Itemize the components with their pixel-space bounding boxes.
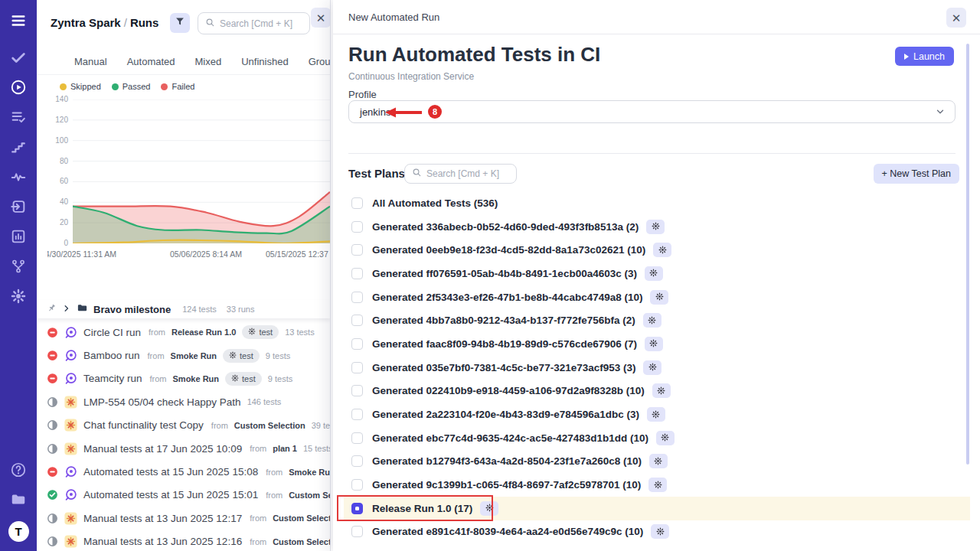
tab-mixed[interactable]: Mixed — [185, 56, 232, 67]
test-plan-settings-button[interactable] — [651, 524, 669, 539]
test-plan-checkbox[interactable] — [351, 221, 363, 233]
test-plan-row[interactable]: Generated faac8f09-94b8-4b19-89d9-c576cd… — [348, 332, 962, 356]
test-plan-settings-button[interactable] — [643, 360, 662, 375]
milestone-row[interactable]: Bravo milestone 124 tests 33 runs — [37, 300, 330, 318]
run-title[interactable]: Circle CI run — [83, 327, 141, 338]
run-list-item[interactable]: Circle CI run from Release Run 1.0 test … — [37, 321, 330, 344]
test-plan-label[interactable]: Generated 2f5343e3-ef26-47b1-be8b-44cabc… — [372, 292, 642, 303]
test-plan-label[interactable]: Generated ff076591-05ab-4b4b-8491-1ecb00… — [372, 268, 637, 279]
test-plan-label[interactable]: Generated 035e7bf0-7381-4c5c-be77-321e73… — [372, 362, 635, 373]
test-plan-row[interactable]: Generated 336abecb-0b52-4d60-9ded-493f3f… — [348, 215, 962, 239]
runs-search-input[interactable] — [220, 18, 302, 29]
test-plan-checkbox[interactable] — [351, 385, 363, 396]
test-plan-checkbox[interactable] — [351, 409, 363, 420]
test-plan-label[interactable]: All Automated Tests (536) — [372, 197, 498, 209]
run-title[interactable]: Manual tests at 13 Jun 2025 12:16 — [83, 536, 242, 547]
test-plan-label[interactable]: Generated faac8f09-94b8-4b19-89d9-c576cd… — [372, 338, 637, 350]
test-plan-settings-button[interactable] — [643, 313, 662, 328]
run-list-item[interactable]: Chat functinality test Copy from Custom … — [37, 414, 330, 437]
run-list-item[interactable]: Teamcity run from Smoke Run test 9 tests — [37, 367, 330, 390]
run-list-item[interactable]: LMP-554 05/04 check Happy Path 146 tests — [37, 390, 330, 413]
launch-button[interactable]: Launch — [895, 47, 954, 66]
pin-icon[interactable] — [47, 302, 57, 316]
test-plan-row[interactable]: Generated 9c1399b1-c065-4f84-8697-7af2c5… — [348, 473, 962, 497]
test-plan-settings-button[interactable] — [647, 407, 665, 422]
test-plan-row[interactable]: Generated 0eeb9e18-f23d-4cd5-82dd-8a1a73… — [348, 238, 962, 262]
runs-play-icon[interactable] — [10, 79, 27, 96]
new-test-plan-button[interactable]: + New Test Plan — [874, 164, 959, 184]
chevron-right-icon[interactable] — [62, 302, 71, 316]
panel-close-button[interactable]: ✕ — [311, 8, 331, 28]
test-plan-row[interactable]: Generated 4bb7a8b0-9212-43a4-b137-f772fe… — [348, 308, 962, 332]
test-plans-search[interactable] — [404, 164, 517, 184]
test-plan-checkbox[interactable] — [351, 479, 363, 491]
runs-search[interactable] — [198, 12, 310, 34]
test-plan-checkbox[interactable] — [351, 292, 363, 303]
test-plan-row[interactable]: Generated ebc77c4d-9635-424c-ac5e-427483… — [348, 426, 962, 450]
tab-manual[interactable]: Manual — [64, 56, 117, 67]
run-list-item[interactable]: Bamboo run from Smoke Run test 9 tests — [37, 344, 330, 367]
settings-gear-icon[interactable] — [10, 288, 27, 305]
test-plan-label[interactable]: Generated 022410b9-e918-4459-a106-97d2a9… — [372, 385, 645, 396]
run-list-item[interactable]: Manual tests at 13 Jun 2025 12:16 from C… — [37, 530, 330, 551]
breadcrumb-page[interactable]: Runs — [130, 16, 159, 29]
run-title[interactable]: Bamboo run — [83, 350, 140, 361]
run-list-item[interactable]: Automated tests at 15 Jun 2025 15:01 fro… — [37, 484, 330, 507]
tab-automated[interactable]: Automated — [117, 56, 185, 67]
app-logo[interactable]: T — [8, 521, 29, 542]
pulse-icon[interactable] — [10, 168, 27, 185]
run-test-badge[interactable]: test — [242, 325, 279, 339]
test-plan-row[interactable]: Generated e891c41f-8039-4e64-aa24-e0d56e… — [348, 520, 962, 544]
test-plan-checkbox[interactable] — [351, 268, 363, 279]
test-plan-settings-button[interactable] — [656, 431, 675, 445]
branches-icon[interactable] — [10, 258, 27, 275]
menu-icon[interactable] — [10, 12, 27, 29]
test-plan-settings-button[interactable] — [645, 337, 663, 351]
test-plan-row[interactable]: All Automated Tests (536) — [348, 191, 962, 215]
run-title[interactable]: Teamcity run — [83, 373, 142, 384]
test-plan-row[interactable]: Release Run 1.0 (17) — [344, 497, 970, 520]
run-title[interactable]: Manual tests at 13 Jun 2025 12:17 — [83, 513, 242, 524]
run-list-item[interactable]: Manual tests at 17 Jun 2025 10:09 from p… — [37, 437, 330, 460]
scrollbar[interactable] — [966, 44, 969, 465]
test-plan-settings-button[interactable] — [650, 290, 668, 305]
test-plan-label[interactable]: Generated 9c1399b1-c065-4f84-8697-7af2c5… — [372, 479, 641, 491]
test-plan-label[interactable]: Generated e891c41f-8039-4e64-aa24-e0d56e… — [372, 526, 643, 537]
test-plan-label[interactable]: Generated 4bb7a8b0-9212-43a4-b137-f772fe… — [372, 315, 635, 326]
test-plan-row[interactable]: Generated ff076591-05ab-4b4b-8491-1ecb00… — [348, 262, 962, 285]
test-plan-label[interactable]: Generated 2a223104-f20e-4b43-83d9-e78459… — [372, 409, 639, 420]
drawer-close-button[interactable]: ✕ — [946, 8, 966, 28]
test-plans-icon[interactable] — [10, 109, 27, 126]
breadcrumb-project[interactable]: Zyntra Spark — [51, 16, 121, 29]
run-title[interactable]: Chat functinality test Copy — [83, 419, 204, 431]
test-plan-settings-button[interactable] — [648, 478, 667, 492]
test-plan-row[interactable]: Generated 2a223104-f20e-4b43-83d9-e78459… — [348, 403, 962, 426]
test-plan-row[interactable]: Generated 035e7bf0-7381-4c5c-be77-321e73… — [348, 356, 962, 380]
test-plan-checkbox[interactable] — [351, 315, 363, 326]
test-plan-label[interactable]: Generated ebc77c4d-9635-424c-ac5e-427483… — [372, 432, 648, 444]
run-test-badge[interactable]: test — [223, 349, 260, 363]
tests-check-icon[interactable] — [10, 49, 27, 66]
test-plan-row[interactable]: Generated 2f5343e3-ef26-47b1-be8b-44cabc… — [348, 285, 962, 309]
run-title[interactable]: Automated tests at 15 Jun 2025 15:08 — [83, 466, 258, 478]
test-plan-row[interactable]: Generated b12794f3-643a-4a2d-8504-23f1e7… — [348, 450, 962, 474]
run-test-badge[interactable]: test — [225, 372, 262, 386]
test-plan-label[interactable]: Generated 336abecb-0b52-4d60-9ded-493f3f… — [372, 221, 639, 233]
test-plan-checkbox[interactable] — [351, 244, 363, 256]
test-plan-checkbox[interactable] — [351, 362, 363, 373]
test-plan-settings-button[interactable] — [646, 220, 665, 234]
test-plan-label[interactable]: Release Run 1.0 (17) — [372, 503, 472, 514]
tab-unfinished[interactable]: Unfinished — [231, 56, 298, 67]
test-plan-checkbox[interactable] — [351, 338, 363, 350]
test-plan-checkbox[interactable] — [351, 432, 363, 444]
test-plan-settings-button[interactable] — [480, 501, 498, 516]
test-plan-label[interactable]: Generated 0eeb9e18-f23d-4cd5-82dd-8a1a73… — [372, 244, 645, 256]
test-plans-search-input[interactable] — [426, 168, 509, 179]
filter-button[interactable] — [170, 13, 190, 33]
steps-icon[interactable] — [10, 139, 27, 155]
test-plan-checkbox[interactable] — [351, 526, 363, 537]
test-plan-settings-button[interactable] — [653, 243, 671, 257]
run-title[interactable]: Manual tests at 17 Jun 2025 10:09 — [83, 443, 242, 455]
docs-folder-icon[interactable] — [10, 491, 27, 508]
test-plan-settings-button[interactable] — [649, 454, 668, 468]
